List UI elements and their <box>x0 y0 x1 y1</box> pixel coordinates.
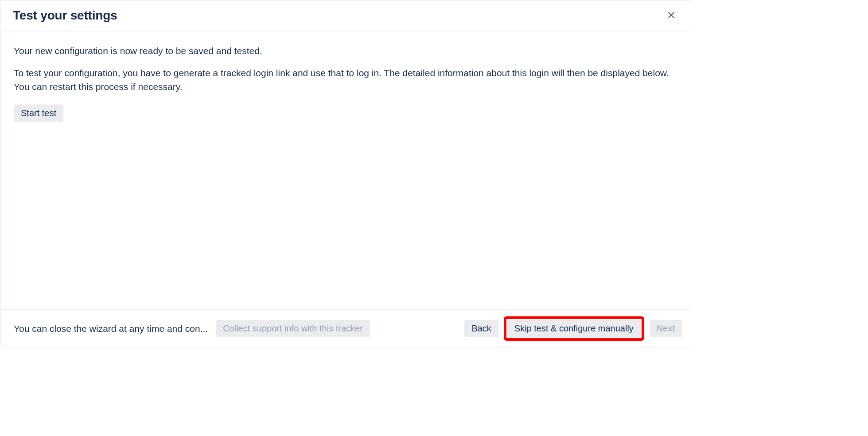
skip-test-button[interactable]: Skip test & configure manually <box>507 320 641 337</box>
back-button[interactable]: Back <box>464 320 498 337</box>
settings-test-modal: Test your settings Your new configuratio… <box>0 0 691 347</box>
start-test-button[interactable]: Start test <box>14 105 63 122</box>
close-icon <box>667 11 676 21</box>
modal-body: Your new configuration is now ready to b… <box>0 31 691 309</box>
collect-support-info-button[interactable]: Collect support info with this tracker <box>216 320 370 337</box>
close-button[interactable] <box>664 8 678 23</box>
modal-footer: You can close the wizard at any time and… <box>0 309 691 347</box>
intro-paragraph-2: To test your configuration, you have to … <box>14 66 677 94</box>
intro-paragraph-1: Your new configuration is now ready to b… <box>14 44 677 58</box>
footer-actions: Back Skip test & configure manually Next <box>464 316 682 341</box>
skip-button-highlight: Skip test & configure manually <box>504 316 644 341</box>
modal-title: Test your settings <box>13 8 117 23</box>
footer-note: You can close the wizard at any time and… <box>14 323 208 334</box>
modal-header: Test your settings <box>0 0 691 31</box>
next-button[interactable]: Next <box>650 320 682 337</box>
